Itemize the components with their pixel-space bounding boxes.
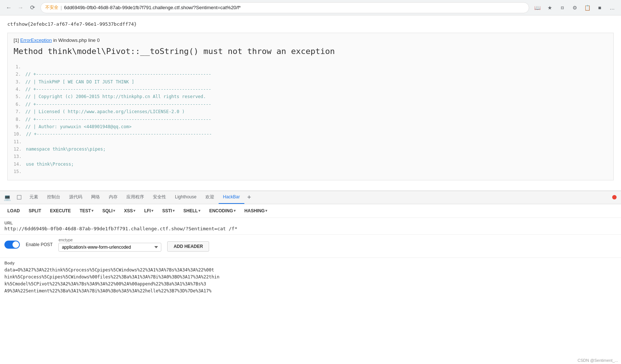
- code-line: 13.: [14, 153, 607, 160]
- forward-button[interactable]: →: [15, 3, 26, 13]
- devtools-tab-lighthouse[interactable]: Lighthouse: [170, 191, 201, 204]
- hackbar-btn-shell[interactable]: SHELL ▾: [180, 206, 204, 215]
- hackbar-btn-xss[interactable]: XSS ▾: [120, 206, 139, 215]
- reload-button[interactable]: ⟳: [27, 3, 37, 13]
- hackbar-btn-ssti[interactable]: SSTI ▾: [158, 206, 178, 215]
- line-number: 4.: [14, 86, 21, 93]
- dropdown-arrow-icon: ▾: [198, 209, 200, 213]
- line-number: 10.: [14, 130, 22, 138]
- devtools-tab-security[interactable]: 安全性: [148, 191, 170, 204]
- add-header-button[interactable]: ADD HEADER: [167, 241, 209, 252]
- favorites-icon[interactable]: ★: [545, 3, 555, 13]
- hackbar-toolbar: LOADSPLITEXECUTETEST ▾SQLI ▾XSS ▾LFI ▾SS…: [0, 204, 621, 218]
- devtools-tab-network[interactable]: 网络: [87, 191, 104, 204]
- error-tag: [1] ErrorException in Windows.php line 0: [14, 37, 607, 43]
- more-icon[interactable]: …: [607, 3, 617, 13]
- devtools-red-dot: [612, 195, 617, 199]
- line-number: 7.: [14, 108, 21, 115]
- enable-post-toggle[interactable]: [4, 241, 20, 249]
- code-line: 4.// +----------------------------------…: [14, 86, 607, 93]
- hackbar-btn-sqli[interactable]: SQLI ▾: [98, 206, 119, 215]
- back-button[interactable]: ←: [4, 3, 14, 13]
- dropdown-arrow-icon: ▾: [113, 209, 115, 213]
- security-warning: 不安全: [45, 4, 58, 11]
- devtools-device-icon[interactable]: 💻: [1, 191, 13, 204]
- enctype-group: enctype application/x-www-form-urlencode…: [58, 238, 161, 252]
- devtools-panel: 💻 ☐ 元素 控制台 源代码 网络 内存 应用程序 安全性 Lighthouse…: [0, 191, 621, 298]
- devtools-tab-sources[interactable]: 源代码: [65, 191, 87, 204]
- line-code: // | ThinkPHP [ WE CAN DO IT JUST THINK …: [25, 78, 134, 86]
- error-box: [1] ErrorException in Windows.php line 0…: [7, 33, 614, 180]
- hackbar-btn-test[interactable]: TEST ▾: [76, 206, 97, 215]
- line-code: namespace think\process\pipes;: [26, 145, 106, 153]
- split-screen-icon[interactable]: ⧈: [557, 3, 567, 13]
- line-code: // +------------------------------------…: [25, 71, 211, 78]
- code-line: 14.use think\Process;: [14, 161, 607, 168]
- line-number: 1.: [14, 63, 21, 71]
- line-number: 2.: [14, 71, 21, 78]
- line-number: 14.: [14, 161, 22, 168]
- hackbar-btn-encoding[interactable]: ENCODING ▾: [205, 206, 239, 215]
- page-content: ctfshow{2efebc17-af67-4fe7-96e1-99537bcd…: [0, 15, 621, 191]
- flag-text: ctfshow{2efebc17-af67-4fe7-96e1-99537bcd…: [7, 21, 614, 27]
- devtools-tab-memory[interactable]: 内存: [104, 191, 122, 204]
- code-line: 12.namespace think\process\pipes;: [14, 145, 607, 153]
- hackbar-url-section: URL http://6dd6949b-0fb0-46d8-87ab-99de1…: [0, 218, 621, 235]
- code-line: 1.: [14, 63, 607, 71]
- line-code: // +------------------------------------…: [25, 116, 211, 123]
- hackbar-btn-load[interactable]: LOAD: [4, 206, 24, 215]
- address-separator: |: [61, 5, 62, 10]
- line-code: // | Licensed ( http://www.apache.org/li…: [25, 108, 184, 115]
- devtools-tab-elements[interactable]: 元素: [25, 191, 43, 204]
- enctype-select[interactable]: application/x-www-form-urlencoded multip…: [58, 243, 161, 252]
- settings-icon[interactable]: ⚙: [570, 3, 580, 13]
- hackbar-post-section: Enable POST enctype application/x-www-fo…: [0, 235, 621, 258]
- line-code: use think\Process;: [26, 161, 74, 168]
- line-code: // +------------------------------------…: [26, 130, 212, 138]
- code-line: 5.// | Copyright (c) 2006~2015 http://th…: [14, 93, 607, 100]
- code-line: 2.// +----------------------------------…: [14, 71, 607, 78]
- body-line-2: hink%5Cprocess%5Cpipes%5CWindows%00files…: [4, 274, 617, 281]
- code-line: 6.// +----------------------------------…: [14, 101, 607, 108]
- line-number: 3.: [14, 78, 21, 86]
- reader-mode-icon[interactable]: 📖: [532, 3, 542, 13]
- hackbar-btn-lfi[interactable]: LFI ▾: [140, 206, 157, 215]
- line-number: 11.: [14, 138, 22, 145]
- devtools-inspect-icon[interactable]: ☐: [13, 191, 25, 204]
- hackbar-btn-execute[interactable]: EXECUTE: [46, 206, 75, 215]
- code-line: 11.: [14, 138, 607, 145]
- error-class-link[interactable]: ErrorException: [20, 37, 52, 43]
- enctype-label: enctype: [58, 238, 161, 242]
- browser-toolbar: ← → ⟳ 不安全 | 6dd6949b-0fb0-46d8-87ab-99de…: [0, 0, 621, 15]
- line-code: // +------------------------------------…: [25, 86, 211, 93]
- url-value: http://6dd6949b-0fb0-46d8-87ab-99de1fb7f…: [4, 226, 617, 231]
- line-number: 9.: [14, 123, 21, 130]
- code-block: 1.2.// +--------------------------------…: [14, 63, 607, 176]
- code-line: 10.// +---------------------------------…: [14, 130, 607, 138]
- line-code: // | Author: yunwuxin <448901948@qq.com>: [25, 123, 132, 130]
- dropdown-arrow-icon: ▾: [133, 209, 135, 213]
- extension-icon[interactable]: ■: [595, 3, 605, 13]
- devtools-add-tab[interactable]: +: [244, 191, 254, 204]
- dropdown-arrow-icon: ▾: [91, 209, 93, 213]
- devtools-tab-console[interactable]: 控制台: [43, 191, 65, 204]
- devtools-tab-hackbar[interactable]: HackBar: [219, 191, 244, 204]
- url-label: URL: [4, 221, 617, 225]
- address-bar[interactable]: 不安全 | 6dd6949b-0fb0-46d8-87ab-99de1fb7f7…: [40, 2, 529, 13]
- line-number: 13.: [14, 153, 22, 160]
- line-number: 6.: [14, 101, 21, 108]
- nav-buttons: ← → ⟳: [4, 3, 37, 13]
- error-message: Method think\model\Pivot::__toString() m…: [14, 46, 607, 57]
- enable-post-label: Enable POST: [26, 242, 53, 247]
- body-line-4: A9%3A%22Sentiment%22%3Ba%3A1%3A%7Bi%3A0%…: [4, 288, 617, 295]
- line-number: 8.: [14, 116, 21, 123]
- hackbar-btn-hashing[interactable]: HASHING ▾: [241, 206, 271, 215]
- toolbar-icons: 📖 ★ ⧈ ⚙ 📋 ■ …: [532, 3, 617, 13]
- hackbar-btn-split[interactable]: SPLIT: [25, 206, 45, 215]
- devtools-tab-welcome[interactable]: 欢迎: [201, 191, 219, 204]
- code-line: 9.// | Author: yunwuxin <448901948@qq.co…: [14, 123, 607, 130]
- devtools-tabs: 💻 ☐ 元素 控制台 源代码 网络 内存 应用程序 安全性 Lighthouse…: [0, 191, 621, 204]
- dropdown-arrow-icon: ▾: [173, 209, 175, 213]
- devtools-tab-application[interactable]: 应用程序: [122, 191, 148, 204]
- collections-icon[interactable]: 📋: [582, 3, 592, 13]
